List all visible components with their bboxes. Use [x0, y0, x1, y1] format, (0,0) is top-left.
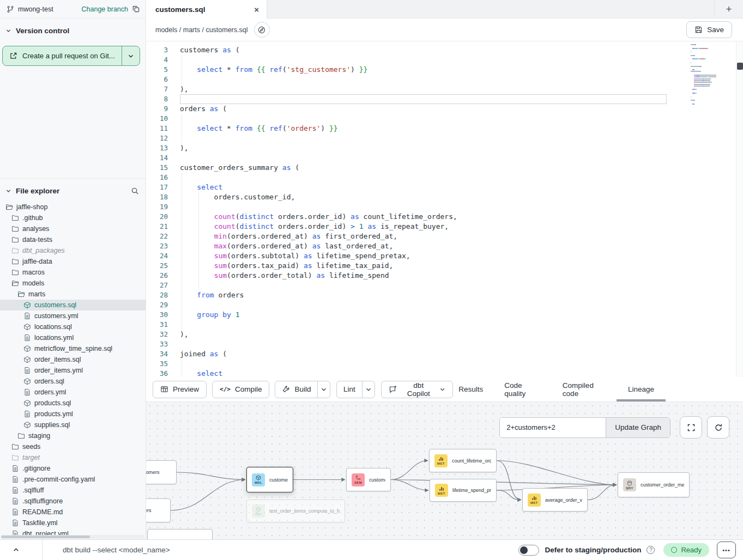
code-line-32[interactable]: 32),: [146, 330, 743, 339]
lineage-node-partial_node[interactable]: [147, 529, 213, 539]
file-tree-item--sqlfluff[interactable]: .sqlfluff: [0, 485, 146, 496]
more-options-button[interactable]: •••: [717, 541, 736, 558]
fullscreen-button[interactable]: [680, 416, 702, 439]
help-icon[interactable]: ?: [647, 546, 655, 554]
code-line-23[interactable]: 23 max(orders.ordered_at) as last_ordere…: [146, 241, 743, 251]
lineage-node-average_order_value[interactable]: METaverage_order_value: [522, 488, 588, 512]
code-line-18[interactable]: 18 orders.customer_id,: [146, 192, 743, 202]
code-line-22[interactable]: 22 min(orders.ordered_at) as first_order…: [146, 232, 743, 241]
code-line-17[interactable]: 17 select: [146, 182, 743, 192]
file-tree-item-supplies-sql[interactable]: supplies.sql: [0, 419, 146, 430]
file-tree-item--gitignore[interactable]: .gitignore: [0, 463, 146, 474]
code-line-12[interactable]: 12: [146, 133, 743, 143]
code-line-9[interactable]: 9orders as (: [146, 104, 743, 114]
file-tree-item--sqlfluffignore[interactable]: .sqlfluffignore: [0, 496, 146, 507]
create-pr-button[interactable]: Create a pull request on Git...: [2, 46, 140, 66]
code-line-26[interactable]: 26 sum(orders.order_total) as lifetime_s…: [146, 271, 743, 281]
preview-button[interactable]: Preview: [153, 381, 207, 398]
file-tree-item-customers-yml[interactable]: customers.yml: [0, 311, 146, 321]
tab-lineage[interactable]: Lineage: [628, 377, 654, 401]
file-tree-item-orders-yml[interactable]: orders.yml: [0, 387, 146, 398]
compile-button[interactable]: </> Compile: [212, 381, 269, 398]
file-tree-item-seeds[interactable]: seeds: [0, 441, 146, 452]
lineage-panel[interactable]: MDLstg_customersMDLordersMDLcustomersTST…: [146, 402, 743, 539]
file-tree-item-data-tests[interactable]: data-tests: [0, 234, 146, 245]
file-tree-item-dbt-project-yml[interactable]: dbt_project.yml: [0, 528, 146, 535]
lineage-node-customer_order_metrics[interactable]: QRYcustomer_order_metrics: [618, 472, 690, 497]
build-button[interactable]: Build: [275, 381, 317, 398]
editor-scrollbar[interactable]: [736, 41, 743, 377]
lint-dropdown-button[interactable]: [362, 381, 375, 398]
file-tree-item--github[interactable]: .github: [0, 212, 146, 223]
code-line-29[interactable]: 29: [146, 300, 743, 310]
code-line-10[interactable]: 10: [146, 114, 743, 124]
code-line-5[interactable]: 5 select * from {{ ref('stg_customers') …: [146, 65, 743, 75]
code-line-20[interactable]: 20 count(distinct orders.order_id) as co…: [146, 212, 743, 222]
tab-code-quality[interactable]: Code quality: [504, 377, 541, 401]
collapse-command-bar-button[interactable]: [0, 540, 43, 560]
change-branch-link[interactable]: Change branch: [82, 5, 128, 13]
lineage-selector-input[interactable]: [500, 418, 606, 437]
tab-compiled-code[interactable]: Compiled code: [563, 377, 607, 401]
search-icon[interactable]: [131, 187, 139, 195]
defer-toggle[interactable]: [518, 545, 539, 556]
scrollbar-thumb[interactable]: [737, 63, 743, 70]
code-line-24[interactable]: 24 sum(orders.subtotal) as lifetime_spen…: [146, 251, 743, 261]
lint-button[interactable]: Lint: [337, 381, 362, 398]
dbt-copilot-button[interactable]: dbt Copilot: [381, 381, 453, 398]
code-line-3[interactable]: 3customers as (: [146, 45, 743, 55]
file-tree-item-customers-sql[interactable]: customers.sql: [0, 300, 146, 311]
code-line-36[interactable]: 36 select: [146, 369, 743, 377]
lineage-node-customers_mdl[interactable]: MDLcustomers: [246, 467, 293, 492]
file-tree-item-order-items-sql[interactable]: order_items.sql: [0, 354, 146, 365]
refresh-button[interactable]: [707, 416, 729, 439]
file-tree-item-staging[interactable]: staging: [0, 430, 146, 441]
code-line-16[interactable]: 16: [146, 173, 743, 182]
file-tree-item-taskfile-yml[interactable]: Taskfile.yml: [0, 518, 146, 528]
code-line-6[interactable]: 6: [146, 75, 743, 84]
build-dropdown-button[interactable]: [317, 381, 329, 398]
code-line-25[interactable]: 25 sum(orders.tax_paid) as lifetime_tax_…: [146, 261, 743, 271]
tab-results[interactable]: Results: [458, 377, 483, 401]
tab-customers-sql[interactable]: customers.sql ×: [146, 0, 267, 19]
update-graph-button[interactable]: Update Graph: [606, 418, 670, 437]
code-line-7[interactable]: 7),: [146, 84, 743, 94]
code-line-33[interactable]: 33: [146, 339, 743, 349]
lineage-node-stg_customers[interactable]: MDLstg_customers: [146, 460, 177, 484]
file-tree-item-jaffle-data[interactable]: jaffle-data: [0, 256, 146, 267]
code-line-21[interactable]: 21 count(distinct orders.order_id) > 1 a…: [146, 222, 743, 232]
code-line-28[interactable]: 28 from orders: [146, 290, 743, 300]
file-tree-item--pre-commit-config-yaml[interactable]: .pre-commit-config.yaml: [0, 474, 146, 485]
file-tree-item-dbt-packages[interactable]: dbt_packages: [0, 245, 146, 256]
code-line-15[interactable]: 15customer_orders_summary as (: [146, 163, 743, 173]
lineage-node-customers_sem[interactable]: SEMcustomers: [346, 468, 391, 491]
compass-icon[interactable]: [254, 22, 270, 38]
lineage-node-lifetime_spend_pretax[interactable]: METlifetime_spend_pretax: [430, 479, 497, 502]
file-tree-item-locations-yml[interactable]: locations.yml: [0, 332, 146, 343]
code-line-14[interactable]: 14: [146, 153, 743, 163]
code-line-19[interactable]: 19: [146, 202, 743, 212]
lineage-node-count_lifetime_orders[interactable]: METcount_lifetime_orders: [429, 449, 497, 472]
version-control-header[interactable]: Version control: [0, 19, 146, 38]
file-tree-item-models[interactable]: models: [0, 278, 146, 289]
file-tree-item-macros[interactable]: macros: [0, 267, 146, 278]
pr-dropdown-button[interactable]: [122, 46, 140, 65]
code-editor[interactable]: 3customers as (45 select * from {{ ref('…: [146, 41, 743, 377]
code-line-34[interactable]: 34joined as (: [146, 349, 743, 359]
file-tree-hscrollbar[interactable]: [1, 535, 144, 539]
dbt-command-input[interactable]: [43, 546, 518, 554]
file-tree-item-target[interactable]: target: [0, 452, 146, 463]
copy-icon[interactable]: [132, 5, 140, 13]
file-tree-item-analyses[interactable]: analyses: [0, 223, 146, 234]
file-tree-item-marts[interactable]: marts: [0, 289, 146, 300]
save-button[interactable]: Save: [686, 21, 732, 38]
file-tree-item-orders-sql[interactable]: orders.sql: [0, 376, 146, 387]
file-tree-item-order-items-yml[interactable]: order_items.yml: [0, 365, 146, 376]
code-line-31[interactable]: 31: [146, 320, 743, 330]
file-tree-item-metricflow-time-spine-sql[interactable]: metricflow_time_spine.sql: [0, 343, 146, 354]
editor-minimap[interactable]: [691, 44, 734, 105]
close-tab-icon[interactable]: ×: [254, 5, 259, 14]
code-line-30[interactable]: 30 group by 1: [146, 310, 743, 320]
file-explorer-header[interactable]: File explorer: [0, 178, 146, 198]
file-tree-item-products-sql[interactable]: products.sql: [0, 398, 146, 409]
